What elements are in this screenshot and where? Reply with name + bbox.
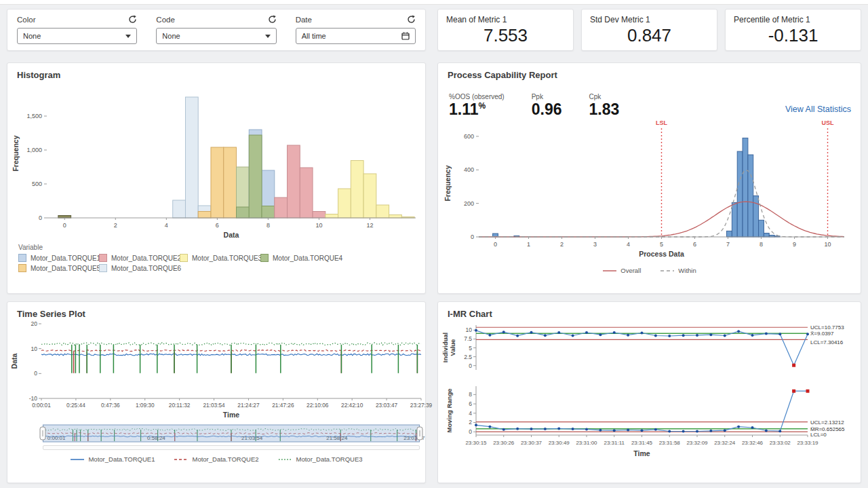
svg-text:UCL=2.13212: UCL=2.13212 (810, 419, 844, 426)
time-series-chart: -10010200:00:010:25:440:47:361:09:3020:1… (7, 318, 427, 421)
svg-text:23:27:39: 23:27:39 (410, 402, 433, 409)
code-filter-select[interactable]: None (156, 28, 276, 44)
imr-chart: 02.557.510UCL=10.7753X̄=9.0397LCL=7.3041… (438, 317, 862, 484)
brush-handle-left[interactable] (40, 427, 45, 440)
svg-text:23:30:49: 23:30:49 (549, 440, 570, 446)
svg-text:23:33:19: 23:33:19 (797, 440, 818, 446)
capability-chart: LSLUSL0123456789100200400600Process Data… (438, 119, 862, 261)
date-filter-input[interactable]: All time (296, 28, 416, 44)
svg-text:0:00:01: 0:00:01 (47, 435, 66, 441)
svg-text:Frequency: Frequency (443, 165, 452, 201)
svg-text:22:10:06: 22:10:06 (307, 402, 329, 409)
svg-text:21:03:54: 21:03:54 (203, 402, 225, 409)
svg-text:0: 0 (469, 362, 472, 369)
svg-text:23:32:09: 23:32:09 (686, 440, 708, 446)
svg-text:Individual: Individual (441, 333, 449, 362)
chevron-down-icon (125, 35, 131, 38)
svg-text:500: 500 (32, 181, 42, 187)
capability-plot: LSLUSL0123456789100200400600Process Data… (438, 119, 862, 261)
legend-title: Variable (18, 244, 418, 251)
svg-text:0:00:01: 0:00:01 (32, 402, 51, 409)
metric-value: -0.131 (726, 25, 861, 46)
legend-item: Motor_Data.TORQUE1 (70, 455, 155, 463)
svg-text:0: 0 (39, 214, 42, 221)
color-filter-label: Color (17, 16, 35, 24)
stat-cpk: Cpk 1.83 (589, 93, 619, 117)
legend-label: Motor_Data.TORQUE4 (273, 255, 342, 262)
imr-chart-panel: I-MR Chart 02.557.510UCL=10.7753X̄=9.039… (437, 301, 861, 483)
svg-text:2: 2 (560, 241, 564, 248)
time-series-panel: Time Series Plot -10010200:00:010:25:440… (7, 301, 426, 483)
legend-swatch (180, 254, 188, 262)
color-filter-select[interactable]: None (17, 28, 137, 44)
legend-item: Motor_Data.TORQUE4 (260, 254, 341, 262)
svg-text:Value: Value (449, 339, 456, 356)
metric-card-percentile: Percentile of Metric 1 -0.131 (725, 9, 861, 51)
filter-group-color: Color None (7, 10, 146, 50)
svg-text:2.5: 2.5 (464, 354, 472, 360)
svg-text:-10: -10 (29, 395, 38, 402)
svg-text:10: 10 (466, 326, 473, 333)
chevron-down-icon (265, 35, 271, 38)
svg-text:21:58:24: 21:58:24 (326, 435, 348, 441)
svg-text:0:47:36: 0:47:36 (101, 402, 120, 409)
svg-text:21:24:27: 21:24:27 (237, 402, 260, 409)
svg-text:1,000: 1,000 (26, 147, 42, 153)
svg-text:23:31:45: 23:31:45 (631, 440, 653, 446)
date-filter-label: Date (296, 16, 312, 24)
svg-text:0: 0 (34, 370, 37, 377)
refresh-icon[interactable] (268, 15, 277, 24)
svg-text:7: 7 (726, 241, 730, 248)
svg-text:Data: Data (224, 231, 239, 239)
legend-swatch (18, 254, 26, 262)
legend-swatch (99, 264, 107, 272)
svg-text:Time: Time (223, 411, 239, 419)
svg-text:5: 5 (469, 345, 472, 352)
brush-scroll-track[interactable] (43, 445, 420, 450)
svg-text:1,500: 1,500 (26, 113, 42, 119)
svg-text:0: 0 (494, 241, 497, 248)
svg-text:0: 0 (469, 428, 472, 435)
time-range-brush[interactable]: 0:00:010:58:2421:03:5421:58:2423:03:47 (43, 424, 420, 445)
svg-text:5: 5 (660, 241, 663, 248)
brush-preview: 0:00:010:58:2421:03:5421:58:2423:03:47 (43, 424, 420, 445)
svg-text:9: 9 (793, 241, 796, 248)
svg-text:UCL=10.7753: UCL=10.7753 (810, 324, 844, 331)
svg-text:23:03:47: 23:03:47 (376, 402, 398, 409)
legend-swatch (260, 254, 269, 262)
svg-text:USL: USL (822, 119, 835, 126)
legend-item: Motor_Data.TORQUE2 (99, 254, 180, 262)
legend-item: Motor_Data.TORQUE5 (18, 264, 99, 272)
metric-title: Percentile of Metric 1 (726, 10, 861, 24)
capability-stats: %OOS (observed) 1.11% Ppk 0.96 Cpk 1.83 … (438, 81, 862, 117)
legend-item: Motor_Data.TORQUE3 (278, 455, 363, 463)
refresh-icon[interactable] (407, 15, 416, 24)
svg-text:6: 6 (469, 400, 472, 407)
brush-handle-right[interactable] (417, 427, 422, 440)
imr-plot: 02.557.510UCL=10.7753X̄=9.0397LCL=7.3041… (438, 317, 862, 484)
filter-bar: Color None Code None Date (7, 9, 426, 51)
svg-text:23:33:02: 23:33:02 (770, 440, 791, 446)
stat-oos: %OOS (observed) 1.11% (449, 93, 505, 117)
svg-text:Moving Range: Moving Range (446, 389, 453, 433)
legend-item: Overall (602, 267, 641, 274)
svg-text:23:31:58: 23:31:58 (659, 440, 681, 446)
legend-label: Motor_Data.TORQUE3 (192, 255, 262, 262)
view-all-statistics-link[interactable]: View All Statistics (785, 105, 851, 117)
svg-text:4: 4 (165, 222, 168, 229)
legend-label: Motor_Data.TORQUE1 (31, 255, 100, 262)
svg-text:23:31:11: 23:31:11 (604, 440, 625, 446)
svg-text:2: 2 (114, 222, 117, 229)
svg-text:21:47:26: 21:47:26 (272, 402, 294, 409)
svg-text:Time: Time (633, 449, 650, 457)
svg-text:Process Data: Process Data (639, 250, 684, 258)
svg-text:Data: Data (10, 353, 18, 369)
color-filter-value: None (23, 32, 41, 40)
svg-text:23:30:26: 23:30:26 (493, 440, 515, 446)
svg-text:23:31:00: 23:31:00 (576, 440, 597, 446)
svg-text:22:42:10: 22:42:10 (341, 402, 363, 409)
svg-text:2: 2 (469, 419, 472, 426)
refresh-icon[interactable] (128, 15, 137, 24)
histogram-panel: Histogram 02468101205001,0001,500DataFre… (7, 62, 426, 294)
code-filter-label: Code (156, 16, 175, 24)
